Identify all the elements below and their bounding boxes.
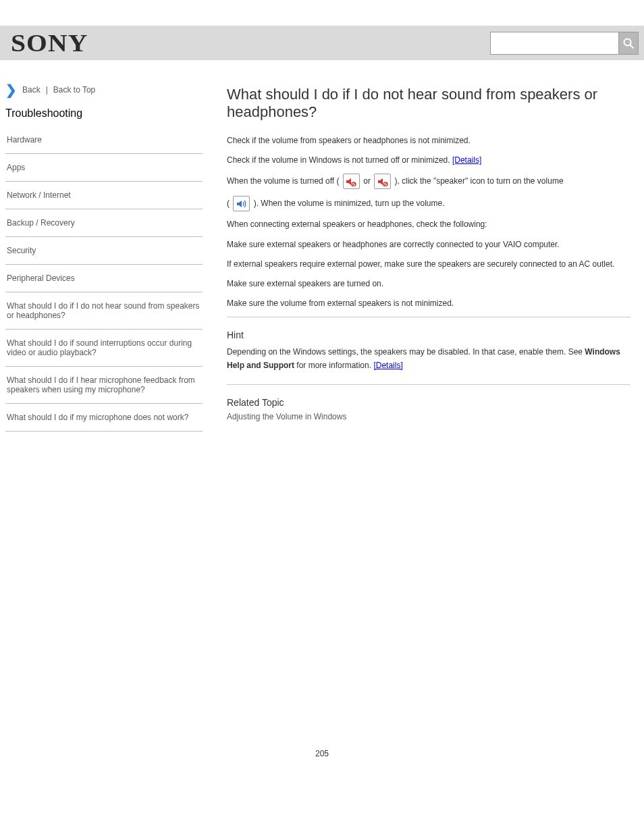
breadcrumb: ❯ Back | Back to Top (5, 82, 203, 98)
search-button[interactable] (618, 32, 639, 55)
link-back-top[interactable]: Back to Top (53, 85, 95, 95)
related-link[interactable]: Adjusting the Volume in Windows (227, 412, 630, 421)
article-paragraph: Make sure the volume from external speak… (227, 297, 630, 310)
speaker-muted-icon (374, 174, 391, 189)
article-body: Check if the volume from speakers or hea… (227, 134, 630, 421)
top-spacer (0, 0, 644, 26)
related-heading: Related Topic (227, 397, 630, 408)
article-paragraph: Check if the volume in Windows is not tu… (227, 154, 630, 167)
hint-body: Depending on the Windows settings, the s… (227, 346, 630, 371)
nav-item[interactable]: Hardware (5, 126, 203, 154)
speaker-muted-icon (343, 174, 360, 189)
nav-item[interactable]: Apps (5, 154, 203, 182)
chevron-right-icon: ❯ (5, 82, 17, 98)
nav-heading: Troubleshooting (5, 107, 203, 120)
divider (227, 317, 630, 317)
nav-item[interactable]: Security (5, 237, 203, 265)
nav-item[interactable]: Backup / Recovery (5, 209, 203, 237)
speaker-on-icon (233, 196, 250, 211)
hint-heading: Hint (227, 330, 630, 340)
nav-item[interactable]: What should I do if I hear microphone fe… (5, 367, 203, 404)
nav-item[interactable]: What should I do if sound interruptions … (5, 330, 203, 367)
nav-item[interactable]: Peripheral Devices (5, 265, 203, 292)
article-main: What should I do if I do not hear sound … (203, 68, 639, 432)
content-wrap: ❯ Back | Back to Top Troubleshooting Har… (0, 68, 644, 432)
search-icon (622, 37, 635, 49)
svg-line-1 (630, 45, 634, 48)
divider (227, 384, 630, 385)
nav-item[interactable]: Network / Internet (5, 182, 203, 209)
search-input[interactable] (490, 32, 618, 55)
page-number: 205 (0, 749, 644, 779)
header: SONY (0, 26, 644, 60)
search-area (490, 32, 639, 55)
article-paragraph: When the volume is turned off ( or (227, 174, 630, 189)
article-paragraph: If external speakers require external po… (227, 258, 630, 271)
article-paragraph: Make sure external speakers are turned o… (227, 278, 630, 290)
article-paragraph: ( ). When the volume is minimized, turn … (227, 196, 630, 211)
article-title: What should I do if I do not hear sound … (227, 86, 630, 121)
sidebar: ❯ Back | Back to Top Troubleshooting Har… (5, 68, 203, 432)
brand-logo: SONY (11, 29, 88, 57)
link-back[interactable]: Back (22, 85, 41, 95)
nav-item[interactable]: What should I do if I do not hear sound … (5, 292, 203, 330)
article-paragraph: Check if the volume from speakers or hea… (227, 134, 630, 147)
article-paragraph: Make sure external speakers or headphone… (227, 238, 630, 251)
article-paragraph: When connecting external speakers or hea… (227, 218, 630, 231)
nav-list: Hardware Apps Network / Internet Backup … (5, 126, 203, 432)
nav-item[interactable]: What should I do if my microphone does n… (5, 404, 203, 432)
